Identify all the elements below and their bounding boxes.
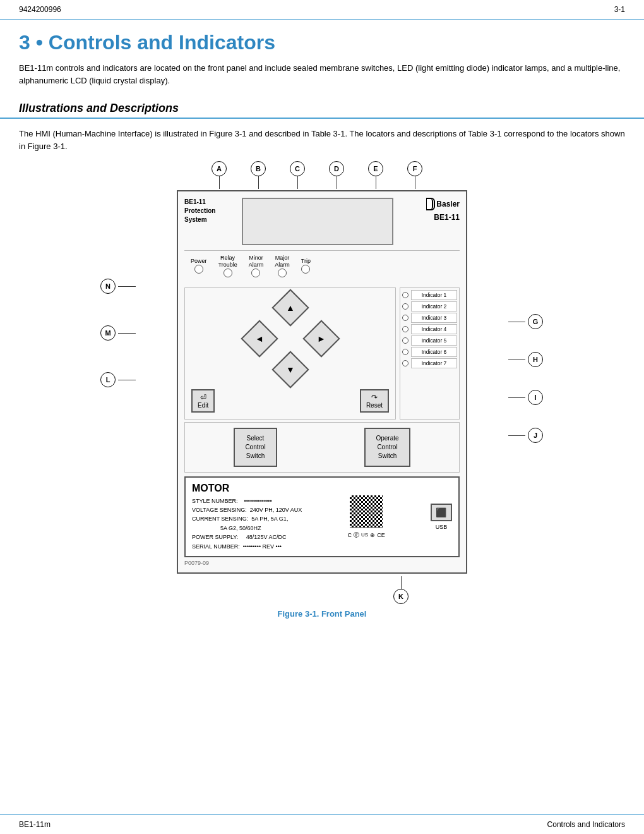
side-ind-1: Indicator 1 — [402, 290, 457, 300]
left-callouts: N M L — [101, 279, 136, 387]
section-text: The HMI (Human-Machine Interface) is ill… — [0, 121, 644, 155]
callout-c: C — [290, 161, 305, 189]
usb-section: ⬛ USB — [431, 504, 452, 530]
side-ind-4: Indicator 4 — [402, 324, 457, 334]
nav-right-btn[interactable]: ► — [302, 320, 340, 357]
callout-a: A — [212, 161, 227, 189]
edit-button[interactable]: ⏎ Edit — [191, 389, 215, 413]
callout-m: M — [100, 325, 136, 341]
bottom-callout: K — [259, 576, 543, 604]
doc-number: 9424200996 — [19, 5, 61, 14]
full-figure: A B C D E F — [101, 161, 543, 619]
intro-text: BE1-11m controls and indicators are loca… — [0, 59, 644, 95]
usb-label: USB — [436, 524, 448, 530]
panel-lcd — [242, 198, 393, 245]
callout-j: J — [508, 428, 543, 443]
callout-d: D — [329, 161, 344, 189]
motor-info: STYLE NUMBER: •••••••••••••• VOLTAGE SEN… — [192, 497, 302, 551]
control-switches-section: SelectControlSwitch OperateControlSwitch — [184, 422, 460, 473]
nav-left-btn[interactable]: ◄ — [241, 320, 278, 357]
section-heading: Illustrations and Descriptions — [0, 95, 644, 119]
callout-n: N — [100, 279, 136, 294]
page-number: 3-1 — [614, 5, 625, 14]
nav-diamond: ▲ ▼ ◄ ► — [246, 294, 335, 383]
side-indicators: Indicator 1 Indicator 2 Indicator 3 — [400, 287, 460, 420]
callout-h: H — [508, 352, 543, 367]
figure-caption: Figure 3-1. Front Panel — [101, 609, 543, 619]
side-ind-6: Indicator 6 — [402, 347, 457, 357]
p-number: P0079-09 — [184, 560, 460, 566]
side-ind-5: Indicator 5 — [402, 335, 457, 346]
panel-brand-right: Basler BE1-11 — [403, 198, 460, 222]
nav-down-btn[interactable]: ▼ — [271, 351, 309, 388]
callout-b: B — [251, 161, 266, 189]
panel-top-section: BE1-11 Protection System Basler — [184, 198, 460, 245]
nav-section: ▲ ▼ ◄ ► — [184, 287, 396, 420]
select-control-switch[interactable]: SelectControlSwitch — [234, 428, 277, 467]
chapter-title: 3 • Controls and Indicators — [0, 20, 644, 59]
bottom-bar: BE1-11m Controls and Indicators — [0, 814, 644, 834]
qr-code — [350, 495, 383, 528]
edit-reset-row: ⏎ Edit ↷ Reset — [191, 389, 389, 413]
top-bar: 9424200996 3-1 — [0, 0, 644, 20]
motor-right-section: C 🄬 US ⊕ CE — [348, 495, 385, 538]
side-ind-2: Indicator 2 — [402, 301, 457, 311]
indicator-minor-alarm: MinorAlarm — [249, 255, 264, 279]
callout-l: L — [100, 372, 136, 387]
reset-button[interactable]: ↷ Reset — [360, 389, 389, 413]
operate-control-switch[interactable]: OperateControlSwitch — [364, 428, 410, 467]
usb-port: ⬛ — [431, 504, 452, 521]
side-ind-3: Indicator 3 — [402, 313, 457, 323]
indicator-major-alarm: MajorAlarm — [275, 255, 290, 279]
nav-up-btn[interactable]: ▲ — [271, 289, 309, 326]
figure-container: A B C D E F — [0, 155, 644, 625]
panel-brand-left: BE1-11 Protection System — [184, 198, 232, 224]
right-callouts: G H I J — [508, 314, 543, 443]
motor-plate: MOTOR STYLE NUMBER: •••••••••••••• VOLTA… — [184, 476, 460, 557]
callout-g: G — [508, 314, 543, 329]
indicator-trip: Trip — [301, 258, 311, 275]
callout-e: E — [368, 161, 383, 189]
panel-middle: ▲ ▼ ◄ ► — [184, 287, 460, 420]
indicator-relay-trouble: RelayTrouble — [218, 255, 237, 279]
footer-model: BE1-11m — [19, 820, 51, 829]
panel-drawing: BE1-11 Protection System Basler — [177, 190, 467, 574]
indicator-power: Power — [191, 258, 207, 275]
side-ind-7: Indicator 7 — [402, 358, 457, 368]
footer-section: Controls and Indicators — [547, 820, 625, 829]
top-callouts: A B C D E F — [212, 161, 543, 189]
motor-title: MOTOR — [192, 483, 302, 494]
callout-f: F — [407, 161, 422, 189]
indicators-row: Power RelayTrouble MinorAlarm MajorAlarm — [184, 250, 460, 282]
model-label: BE1-11 — [434, 213, 460, 222]
callout-i: I — [508, 390, 543, 405]
compliance-icons: C 🄬 US ⊕ CE — [348, 532, 385, 538]
